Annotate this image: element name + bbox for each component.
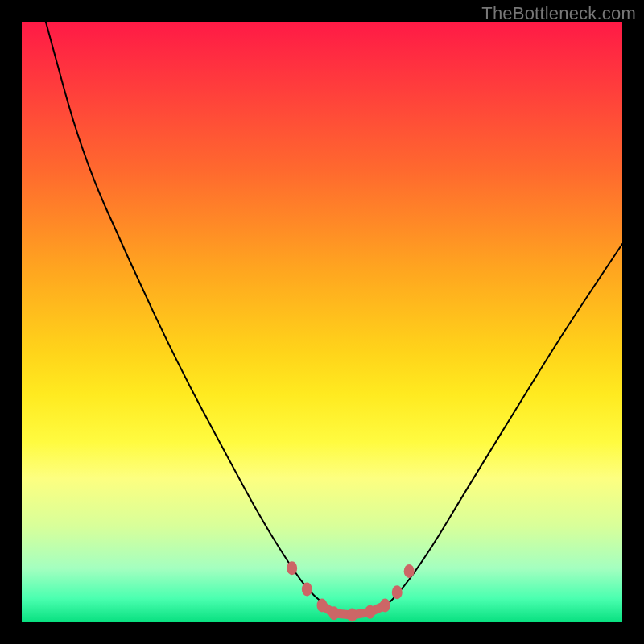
curve-marker [347, 609, 357, 622]
curve-marker [404, 564, 415, 578]
curve-marker [317, 599, 328, 613]
curve-marker [287, 561, 297, 575]
attribution-text: TheBottleneck.com [481, 3, 636, 24]
chart-frame: TheBottleneck.com [0, 0, 644, 644]
curve-marker [302, 582, 312, 596]
curve-marker [365, 605, 375, 619]
plot-area [22, 22, 622, 622]
curve-marker [380, 599, 390, 613]
curve-marker [392, 585, 402, 599]
curve-marker [328, 606, 339, 620]
bottleneck-curve [46, 22, 622, 615]
marker-layer [287, 561, 414, 621]
curve-layer [22, 22, 622, 622]
